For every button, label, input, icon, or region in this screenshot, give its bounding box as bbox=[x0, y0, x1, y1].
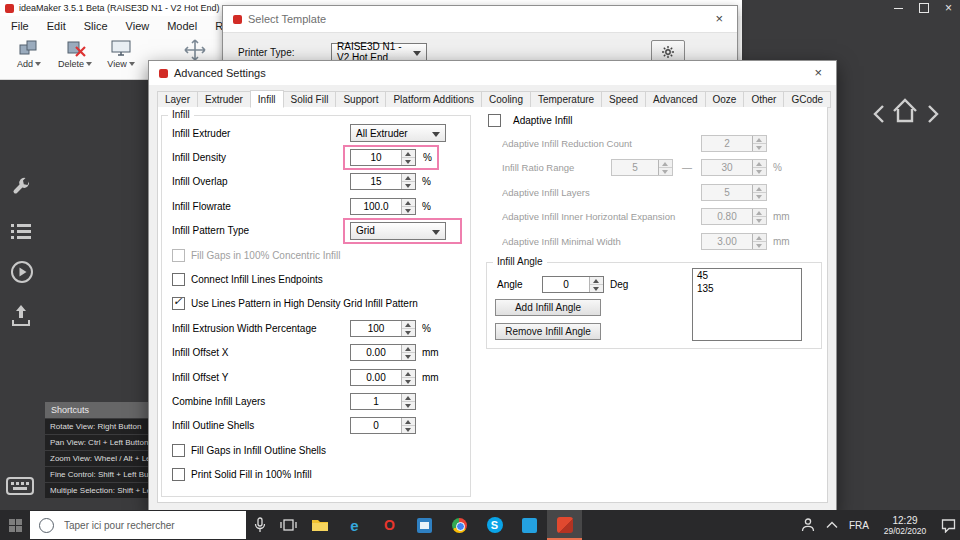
window-title: ideaMaker 3.5.1 Beta (RAISE3D N1 - V2 Ho… bbox=[19, 3, 225, 13]
combine-layers-spinner[interactable] bbox=[401, 394, 415, 409]
task-view-button[interactable] bbox=[274, 510, 302, 540]
angle-spinner[interactable] bbox=[589, 277, 603, 292]
infill-extruder-value: All Extruder bbox=[356, 128, 408, 139]
tab-cooling[interactable]: Cooling bbox=[481, 91, 531, 108]
tab-platform-additions[interactable]: Platform Additions bbox=[385, 91, 482, 108]
chrome-icon bbox=[452, 518, 467, 533]
adaptive-layers-label: Adaptive Infill Layers bbox=[502, 187, 701, 198]
extrusion-width-spinner[interactable] bbox=[401, 321, 415, 336]
tab-temperature[interactable]: Temperature bbox=[530, 91, 602, 108]
keyboard-icon[interactable] bbox=[6, 476, 34, 500]
home-view-icon[interactable] bbox=[890, 96, 920, 130]
menu-file[interactable]: File bbox=[2, 17, 38, 35]
maximize-button[interactable] bbox=[919, 3, 929, 13]
infill-overlap-spinner[interactable] bbox=[401, 174, 415, 189]
adaptive-column: Adaptive Infill Adaptive Infill Reductio… bbox=[486, 107, 838, 254]
angle-list-item[interactable]: 135 bbox=[693, 282, 801, 295]
infill-pattern-dropdown[interactable]: Grid bbox=[350, 222, 446, 240]
view-button[interactable]: View bbox=[98, 36, 144, 69]
infill-overlap-input[interactable]: 15 bbox=[350, 173, 416, 190]
infill-extruder-dropdown[interactable]: All Extruder bbox=[350, 124, 446, 142]
menu-slice[interactable]: Slice bbox=[75, 17, 117, 35]
tab-speed[interactable]: Speed bbox=[601, 91, 646, 108]
taskbar-clock[interactable]: 12:29 29/02/2020 bbox=[874, 515, 936, 536]
tray-expand-button[interactable] bbox=[820, 510, 844, 540]
print-solid-checkbox[interactable] bbox=[172, 468, 185, 481]
infill-density-input[interactable]: 10 bbox=[350, 149, 416, 166]
infill-overlap-label: Infill Overlap bbox=[172, 176, 350, 187]
minimal-width-row: Adaptive Infill Minimal Width 3.00 mm bbox=[486, 229, 838, 254]
minimize-button[interactable] bbox=[894, 8, 903, 9]
remove-infill-angle-button[interactable]: Remove Infill Angle bbox=[495, 323, 601, 340]
tab-support[interactable]: Support bbox=[335, 91, 386, 108]
settings-wrench-icon[interactable] bbox=[10, 176, 32, 202]
ideamaker-taskbar-button[interactable] bbox=[547, 510, 582, 540]
menu-model[interactable]: Model bbox=[158, 17, 206, 35]
file-explorer-button[interactable] bbox=[302, 510, 337, 540]
next-view-chevron-icon[interactable] bbox=[926, 103, 940, 129]
adaptive-layers-spinner bbox=[752, 185, 766, 200]
select-template-close-button[interactable]: × bbox=[711, 11, 727, 27]
infill-flowrate-input[interactable]: 100.0 bbox=[350, 198, 416, 215]
language-indicator[interactable]: FRA bbox=[844, 520, 874, 531]
tab-advanced[interactable]: Advanced bbox=[645, 91, 705, 108]
angle-value: 0 bbox=[543, 277, 589, 292]
tab-layer[interactable]: Layer bbox=[157, 91, 198, 108]
play-icon[interactable] bbox=[10, 260, 34, 288]
combine-layers-input[interactable]: 1 bbox=[350, 393, 416, 410]
angle-list-item[interactable]: 45 bbox=[693, 269, 801, 282]
menu-view[interactable]: View bbox=[117, 17, 159, 35]
offset-x-input[interactable]: 0.00 bbox=[350, 344, 416, 361]
angle-input[interactable]: 0 bbox=[542, 276, 604, 293]
offset-x-row: Infill Offset X 0.00 mm bbox=[162, 341, 470, 365]
printer-type-dropdown[interactable]: RAISE3D N1 - V2 Hot End bbox=[331, 43, 427, 61]
adaptive-infill-checkbox[interactable] bbox=[488, 114, 501, 127]
edge-button[interactable]: e bbox=[337, 510, 372, 540]
infill-angle-listbox[interactable]: 45 135 bbox=[692, 268, 802, 341]
tab-gcode[interactable]: GCode bbox=[783, 91, 831, 108]
advanced-close-button[interactable]: × bbox=[810, 65, 826, 81]
opera-button[interactable]: O bbox=[372, 510, 407, 540]
tab-other[interactable]: Other bbox=[743, 91, 784, 108]
offset-x-spinner[interactable] bbox=[401, 345, 415, 360]
code-app-button[interactable] bbox=[512, 510, 547, 540]
lines-pattern-checkbox[interactable]: ✓ bbox=[172, 297, 185, 310]
tab-solid-fill[interactable]: Solid Fill bbox=[283, 91, 337, 108]
infill-flowrate-spinner[interactable] bbox=[401, 199, 415, 214]
tab-ooze[interactable]: Ooze bbox=[705, 91, 745, 108]
infill-angle-group: Infill Angle Angle 0 Deg Add Infill Angl… bbox=[486, 262, 822, 349]
delete-button[interactable]: Delete bbox=[52, 36, 98, 69]
upload-icon[interactable] bbox=[10, 303, 32, 331]
notification-center-button[interactable] bbox=[936, 510, 960, 540]
reduction-count-row: Adaptive Infill Reduction Count 2 bbox=[486, 131, 838, 156]
offset-y-input[interactable]: 0.00 bbox=[350, 369, 416, 386]
extrusion-width-input[interactable]: 100 bbox=[350, 320, 416, 337]
add-button[interactable]: Add bbox=[6, 36, 52, 69]
prev-view-chevron-icon[interactable] bbox=[872, 103, 886, 129]
taskbar-search[interactable] bbox=[30, 511, 246, 539]
close-button[interactable]: × bbox=[945, 3, 952, 13]
tab-infill[interactable]: Infill bbox=[250, 90, 284, 108]
people-button[interactable] bbox=[796, 510, 820, 540]
outline-shells-spinner[interactable] bbox=[401, 418, 415, 433]
start-button[interactable] bbox=[0, 510, 30, 540]
extrusion-width-row: Infill Extrusion Width Percentage 100 % bbox=[162, 316, 470, 340]
tab-extruder[interactable]: Extruder bbox=[197, 91, 251, 108]
chrome-button[interactable] bbox=[442, 510, 477, 540]
outline-shells-input[interactable]: 0 bbox=[350, 417, 416, 434]
infill-density-spinner[interactable] bbox=[401, 150, 415, 165]
offset-y-spinner[interactable] bbox=[401, 370, 415, 385]
move-tool-button[interactable] bbox=[172, 36, 218, 62]
search-input[interactable] bbox=[62, 519, 226, 532]
menu-edit[interactable]: Edit bbox=[38, 17, 75, 35]
store-button[interactable] bbox=[407, 510, 442, 540]
list-icon[interactable] bbox=[10, 222, 32, 244]
combine-layers-value: 1 bbox=[351, 394, 401, 409]
connect-endpoints-checkbox[interactable] bbox=[172, 273, 185, 286]
fill-gaps-shells-checkbox[interactable] bbox=[172, 444, 185, 457]
skype-button[interactable]: S bbox=[477, 510, 512, 540]
skype-icon: S bbox=[487, 517, 503, 533]
mic-button[interactable] bbox=[246, 510, 274, 540]
ratio-high-spinner bbox=[752, 160, 766, 175]
add-infill-angle-button[interactable]: Add Infill Angle bbox=[495, 299, 601, 316]
